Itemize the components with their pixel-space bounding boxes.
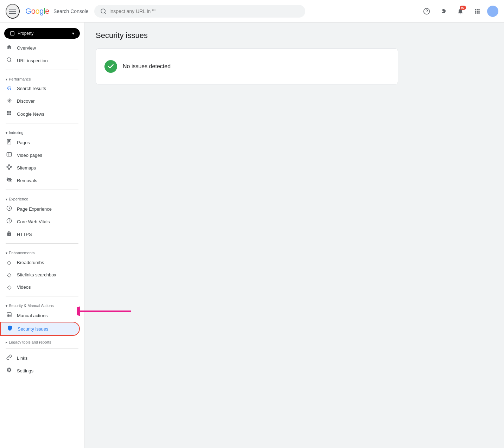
google-wordmark: Google	[25, 7, 49, 16]
no-issues-label: No issues detected	[123, 63, 171, 70]
sidebar-item-overview-label: Overview	[17, 45, 36, 51]
sidebar-item-breadcrumbs-label: Breadcrumbs	[17, 260, 44, 265]
arrow-annotation-svg	[84, 304, 133, 318]
enhancements-chevron-icon: ▾	[6, 251, 7, 255]
sidebar-item-settings[interactable]: Settings	[0, 364, 80, 377]
sc-settings-button[interactable]	[436, 4, 451, 18]
product-name: Search Console	[53, 8, 89, 14]
divider-5	[6, 296, 78, 296]
security-manual-chevron-icon: ▾	[6, 304, 7, 308]
avatar[interactable]	[487, 6, 498, 17]
settings-gear-icon	[6, 367, 13, 374]
property-chevron-icon: ▾	[72, 31, 74, 36]
sidebar-item-sitelinks-searchbox-label: Sitelinks searchbox	[17, 272, 56, 277]
svg-point-6	[7, 58, 11, 62]
sidebar-item-page-experience[interactable]: Page Experience	[0, 203, 80, 215]
svg-rect-29	[7, 313, 11, 317]
svg-rect-20	[7, 166, 8, 167]
help-icon	[423, 8, 430, 15]
sidebar-item-removals[interactable]: Removals	[0, 174, 80, 187]
page-experience-icon	[6, 205, 13, 212]
sidebar-item-sitemaps[interactable]: Sitemaps	[0, 161, 80, 174]
success-check-icon	[104, 60, 117, 73]
property-label: Property	[18, 31, 69, 36]
notifications-button[interactable]: 97	[453, 4, 467, 18]
svg-rect-11	[9, 114, 11, 115]
security-shield-icon	[6, 325, 13, 332]
logo-link[interactable]: Google Search Console	[25, 7, 89, 16]
menu-button[interactable]	[6, 4, 20, 19]
google-g-icon: G	[6, 85, 13, 91]
https-lock-icon	[6, 231, 13, 238]
svg-rect-21	[10, 166, 12, 167]
section-performance[interactable]: ▾ Performance	[0, 73, 84, 83]
section-indexing[interactable]: ▾ Indexing	[0, 126, 84, 136]
sidebar-item-search-results[interactable]: G Search results	[0, 83, 80, 94]
help-button[interactable]	[420, 4, 434, 18]
sidebar: Property ▾ Overview URL inspection ▾ Per…	[0, 23, 84, 448]
property-selector[interactable]: Property ▾	[4, 28, 80, 39]
page-title: Security issues	[96, 31, 493, 40]
body: Property ▾ Overview URL inspection ▾ Per…	[0, 23, 504, 448]
apps-grid-icon	[474, 8, 481, 15]
section-security-manual[interactable]: ▾ Security & Manual Actions	[0, 299, 84, 309]
section-security-manual-label: Security & Manual Actions	[9, 303, 54, 308]
sidebar-item-removals-label: Removals	[17, 178, 37, 183]
section-legacy-tools[interactable]: ▸ Legacy tools and reports	[0, 336, 84, 346]
sidebar-item-https[interactable]: HTTPS	[0, 228, 80, 241]
section-legacy-tools-label: Legacy tools and reports	[9, 340, 51, 344]
sidebar-item-google-news[interactable]: Google News	[0, 108, 80, 120]
sidebar-item-overview[interactable]: Overview	[0, 41, 80, 54]
sidebar-item-video-pages-label: Video pages	[17, 153, 42, 158]
sitemaps-icon	[6, 164, 13, 171]
apps-button[interactable]	[470, 4, 484, 18]
svg-line-1	[104, 12, 106, 13]
section-enhancements-label: Enhancements	[9, 251, 34, 255]
sidebar-item-breadcrumbs[interactable]: ◇ Breadcrumbs	[0, 256, 80, 269]
section-performance-label: Performance	[9, 77, 31, 81]
sidebar-item-pages-label: Pages	[17, 140, 30, 145]
divider-3	[6, 190, 78, 190]
search-bar[interactable]	[94, 5, 305, 18]
sidebar-item-videos-enh[interactable]: ◇ Videos	[0, 281, 80, 293]
header-actions: 97	[420, 4, 498, 18]
pages-icon	[6, 139, 13, 146]
sidebar-item-sitelinks-searchbox[interactable]: ◇ Sitelinks searchbox	[0, 269, 80, 281]
section-experience[interactable]: ▾ Experience	[0, 193, 84, 203]
divider-4	[6, 243, 78, 244]
sidebar-item-core-web-vitals[interactable]: Core Web Vitals	[0, 215, 80, 228]
sidebar-item-manual-actions[interactable]: Manual actions	[0, 309, 80, 322]
svg-rect-16	[7, 153, 11, 156]
main-content: Security issues No issues detected	[84, 23, 504, 448]
sidebar-item-links[interactable]: Links	[0, 352, 80, 364]
svg-rect-9	[7, 114, 9, 115]
url-search-input[interactable]	[109, 8, 299, 14]
sidebar-item-manual-actions-label: Manual actions	[17, 313, 47, 318]
sitelinks-searchbox-icon: ◇	[6, 271, 13, 278]
sidebar-item-settings-label: Settings	[17, 368, 33, 373]
sidebar-item-url-inspection-label: URL inspection	[17, 58, 48, 63]
breadcrumbs-icon: ◇	[6, 259, 13, 266]
video-pages-icon	[6, 152, 13, 159]
section-experience-label: Experience	[9, 197, 28, 201]
sidebar-item-search-results-label: Search results	[17, 86, 46, 91]
sidebar-item-core-web-vitals-label: Core Web Vitals	[17, 219, 50, 224]
sidebar-item-url-inspection[interactable]: URL inspection	[0, 54, 80, 67]
sidebar-item-discover[interactable]: ✳ Discover	[0, 94, 80, 108]
performance-chevron-icon: ▾	[6, 77, 7, 81]
svg-rect-19	[8, 165, 10, 166]
sidebar-item-pages[interactable]: Pages	[0, 136, 80, 149]
home-icon	[6, 44, 13, 51]
sidebar-item-sitemaps-label: Sitemaps	[17, 165, 36, 171]
annotation-arrow	[84, 304, 133, 318]
experience-chevron-icon: ▾	[6, 197, 7, 201]
sidebar-item-links-label: Links	[17, 356, 27, 361]
section-indexing-label: Indexing	[9, 130, 24, 135]
header: Google Search Console 97	[0, 0, 504, 23]
section-enhancements[interactable]: ▾ Enhancements	[0, 247, 84, 256]
sidebar-item-video-pages[interactable]: Video pages	[0, 149, 80, 161]
sidebar-item-page-experience-label: Page Experience	[17, 206, 52, 212]
divider-2	[6, 123, 78, 123]
url-inspection-icon	[6, 57, 13, 64]
sidebar-item-security-issues[interactable]: Security issues	[0, 322, 80, 336]
